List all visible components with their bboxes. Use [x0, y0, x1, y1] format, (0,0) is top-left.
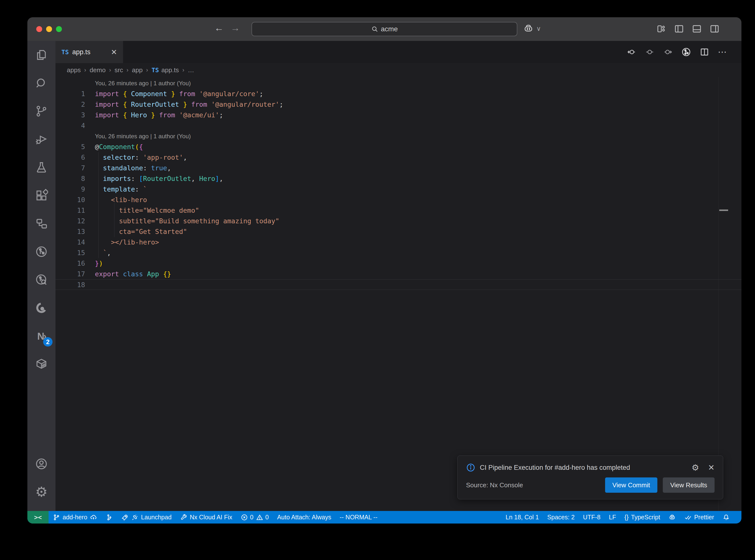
notification-toast: CI Pipeline Execution for #add-hero has … [457, 456, 723, 499]
minimize-window-button[interactable] [46, 26, 52, 32]
code-row[interactable]: 1import { Component } from '@angular/cor… [56, 88, 741, 99]
chevron-right-icon: › [182, 66, 184, 74]
zoom-window-button[interactable] [56, 26, 62, 32]
branch-status-item[interactable]: add-hero [48, 511, 101, 523]
blame-annotation-row[interactable]: You, 26 minutes ago | 1 author (You) [56, 78, 741, 88]
gitlens-back-icon[interactable] [627, 47, 636, 57]
code-text [85, 120, 95, 131]
vim-mode-status-item[interactable]: -- NORMAL -- [335, 511, 381, 523]
navigate-forward-button[interactable]: → [231, 23, 240, 33]
prettier-status-item[interactable]: Prettier [680, 511, 718, 523]
breadcrumb-symbol[interactable]: … [187, 66, 194, 74]
code-row[interactable]: 6 selector: 'app-root', [56, 152, 741, 163]
sidebar-item-testing[interactable] [27, 153, 56, 181]
tab-app-ts[interactable]: TS app.ts ✕ [56, 41, 123, 63]
problems-status-item[interactable]: 0 0 [236, 511, 273, 523]
toggle-secondary-sidebar-icon[interactable] [709, 24, 720, 34]
auto-attach-status-item[interactable]: Auto Attach: Always [273, 511, 336, 523]
code-row[interactable]: 7 standalone: true, [56, 163, 741, 173]
line-number [56, 78, 85, 88]
eol-status-item[interactable]: LF [604, 511, 620, 523]
code-row[interactable]: 9 template: ` [56, 184, 741, 195]
sidebar-item-search[interactable] [27, 69, 56, 97]
launchpad-status-item[interactable]: Launchpad [117, 511, 176, 523]
code-row[interactable]: 15 `, [56, 247, 741, 258]
settings-button[interactable]: ⚙ [27, 478, 56, 506]
branch-compare-icon [105, 514, 113, 521]
code-row[interactable]: 13 cta="Get Started" [56, 226, 741, 237]
cursor-position-status-item[interactable]: Ln 18, Col 1 [501, 511, 543, 523]
sidebar-item-run-debug[interactable] [27, 125, 56, 153]
blame-annotation-row[interactable]: You, 26 minutes ago | 1 author (You) [56, 131, 741, 141]
breadcrumb-file[interactable]: TS app.ts [152, 66, 179, 74]
code-row[interactable]: 8 imports: [RouterOutlet, Hero], [56, 173, 741, 184]
sidebar-item-source-control[interactable] [27, 97, 56, 125]
tab-label: app.ts [72, 48, 91, 56]
line-number: 15 [56, 247, 85, 258]
code-text: import { RouterOutlet } from '@angular/r… [85, 99, 283, 110]
language-status-item[interactable]: {}TypeScript [620, 511, 664, 523]
view-commit-button[interactable]: View Commit [605, 477, 658, 493]
code-row[interactable]: 4 [56, 120, 741, 131]
breadcrumb[interactable]: apps › demo › src › app › TS app.ts › … [56, 63, 741, 77]
sidebar-item-nx-console[interactable]: N› 2 [27, 322, 56, 350]
sidebar-item-container[interactable] [27, 350, 56, 378]
gitlens-current-icon[interactable] [645, 47, 655, 57]
sidebar-item-gitlens-inspect[interactable] [27, 266, 56, 294]
view-results-button[interactable]: View Results [663, 477, 715, 493]
sidebar-item-edge-browser[interactable] [27, 294, 56, 322]
toggle-primary-sidebar-icon[interactable] [674, 24, 684, 34]
breadcrumb-item[interactable]: src [114, 66, 123, 74]
sidebar-item-hierarchy[interactable] [27, 209, 56, 238]
copilot-status-item[interactable] [664, 511, 680, 523]
sidebar-item-extensions[interactable] [27, 181, 56, 209]
line-number: 18 [56, 280, 85, 289]
remote-indicator[interactable]: >< [27, 511, 48, 523]
copilot-menu-button[interactable]: ∨ [523, 23, 541, 34]
gitlens-status-item[interactable] [101, 511, 117, 523]
toggle-panel-icon[interactable] [692, 24, 702, 34]
close-window-button[interactable] [36, 26, 42, 32]
nx-cloud-status-item[interactable]: Nx Cloud AI Fix [176, 511, 236, 523]
code-lines: You, 26 minutes ago | 1 author (You)1imp… [56, 78, 741, 290]
breadcrumb-item[interactable]: apps [67, 66, 81, 74]
chevron-right-icon: › [146, 66, 148, 74]
commit-graph-search-icon [35, 273, 48, 286]
info-icon [466, 463, 475, 472]
code-row[interactable]: 12 subtitle="Build something amazing tod… [56, 216, 741, 226]
account-icon [35, 457, 48, 471]
sidebar-item-explorer[interactable] [27, 41, 56, 69]
code-row[interactable]: 11 title="Welcmoe demo" [56, 205, 741, 216]
more-actions-icon[interactable]: ⋯ [718, 47, 728, 57]
code-row[interactable]: 14 ></lib-hero> [56, 237, 741, 247]
code-row[interactable]: 17export class App {} [56, 269, 741, 279]
customize-layout-icon[interactable] [656, 24, 667, 34]
split-editor-icon[interactable] [699, 47, 709, 57]
accounts-button[interactable] [27, 450, 56, 478]
navigate-back-button[interactable]: ← [214, 23, 224, 33]
breadcrumb-item[interactable]: demo [90, 66, 105, 74]
sidebar-item-gitlens[interactable] [27, 238, 56, 266]
encoding-status-item[interactable]: UTF-8 [579, 511, 605, 523]
breadcrumb-item[interactable]: app [132, 66, 142, 74]
gitlens-forward-icon[interactable] [663, 47, 673, 57]
notifications-bell-button[interactable] [718, 511, 734, 523]
code-text: import { Component } from '@angular/core… [85, 88, 263, 99]
editor-group: TS app.ts ✕ ⋯ apps › demo › src [56, 41, 741, 511]
notification-close-icon[interactable]: ✕ [708, 463, 715, 472]
indentation-status-item[interactable]: Spaces: 2 [543, 511, 579, 523]
close-tab-icon[interactable]: ✕ [111, 48, 117, 57]
code-row[interactable]: 16}) [56, 258, 741, 269]
notification-settings-gear-icon[interactable]: ⚙ [692, 463, 699, 473]
code-text: cta="Get Started" [85, 226, 187, 237]
code-row[interactable]: 5@Component({ [56, 141, 741, 152]
code-row[interactable]: 18 [56, 279, 741, 290]
command-center-search[interactable]: acme [252, 22, 517, 36]
bell-icon [722, 514, 730, 521]
code-row[interactable]: 10 <lib-hero [56, 195, 741, 205]
search-value: acme [381, 25, 398, 33]
commit-graph-icon[interactable] [681, 47, 691, 57]
code-row[interactable]: 2import { RouterOutlet } from '@angular/… [56, 99, 741, 110]
code-editor[interactable]: You, 26 minutes ago | 1 author (You)1imp… [56, 77, 741, 511]
code-row[interactable]: 3import { Hero } from '@acme/ui'; [56, 110, 741, 120]
